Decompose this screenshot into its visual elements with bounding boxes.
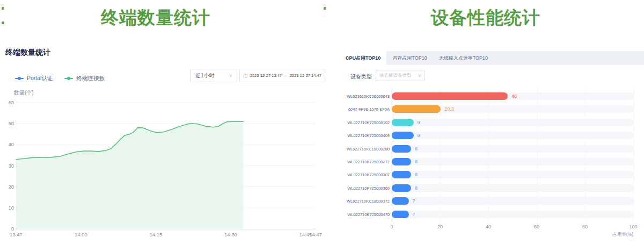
device-type-label: 设备类型: [350, 73, 372, 81]
bar-chart: 占用率(%) 020406080100WL023610KC06000043486…: [340, 86, 644, 245]
bar-value-label: 7: [413, 212, 415, 217]
tab-内存占用TOP10[interactable]: 内存占用TOP10: [386, 51, 433, 65]
bar-value-label: 8: [415, 159, 418, 164]
tab-CPU占用TOP10[interactable]: CPU占用TOP10: [340, 51, 386, 65]
bar-category-label: WL022710K725000369: [340, 186, 390, 191]
y-tick-label: 60: [8, 99, 14, 105]
bar-value-label: 7: [413, 198, 415, 204]
bar-category-label: WL022710KC18000372: [340, 199, 390, 204]
line-chart: 010203040506013:4714:0014:1514:3014:4514…: [0, 86, 322, 245]
bar-category-label: WL022710K725000102: [340, 120, 390, 125]
tab-无线接入点速率TOP10[interactable]: 无线接入点速率TOP10: [433, 51, 494, 65]
bar-category-label: WL022710K725000470: [340, 212, 390, 217]
chevron-down-icon: ∨: [418, 74, 421, 78]
bar: [392, 197, 409, 205]
x-tick-label: 13:47: [10, 232, 23, 237]
bar: [392, 211, 409, 218]
bar: [392, 132, 414, 139]
legend-marker-icon: [15, 78, 24, 79]
bar-track: [392, 132, 633, 139]
bar-value-label: 48: [511, 93, 517, 99]
device-type-select[interactable]: 请选择设备类型 ∨: [376, 70, 425, 81]
bar-category-label: WL022710K725000272: [340, 160, 390, 164]
area-fill: [16, 121, 243, 229]
x-tick-label: 80: [577, 224, 593, 229]
x-tick-label: 40: [480, 224, 496, 229]
legend-marker-icon: [64, 78, 73, 79]
legend-label: 终端连接数: [76, 75, 105, 82]
date-range-picker[interactable]: ◷ 2023-12-27 13:47 - 2023-12-27 14:47: [239, 69, 325, 82]
time-range-value: 近1小时: [195, 72, 215, 80]
section-heading-device: 设备性能统计: [333, 6, 639, 29]
legend-dot-icon: [67, 77, 70, 80]
bar-track: [392, 197, 633, 205]
x-tick-label: 100: [625, 224, 641, 229]
x-tick-label: 60: [529, 224, 545, 229]
bar-category-label: 6047-FF96-1070-EF0A: [340, 107, 390, 112]
tab-bar: CPU占用TOP10内存占用TOP10无线接入点速率TOP10: [340, 51, 644, 65]
bar: [392, 171, 411, 178]
y-tick-label: 50: [8, 120, 14, 126]
x-tick-label: 14:00: [75, 232, 87, 237]
device-type-placeholder: 请选择设备类型: [379, 73, 412, 79]
y-tick-label: 30: [8, 163, 14, 169]
legend-item[interactable]: Portal认证: [15, 75, 53, 82]
y-tick-label: 0: [11, 226, 14, 232]
bar: [392, 105, 441, 113]
bar: [392, 92, 508, 100]
bar-track: [392, 145, 633, 153]
bar-category-label: WL023610KC06000043: [340, 94, 390, 99]
chart-legend: Portal认证终端连接数: [15, 75, 105, 82]
bar-track: [392, 184, 633, 192]
bar-track: [392, 158, 633, 165]
legend-dot-icon: [18, 77, 21, 80]
date-range-separator: -: [285, 73, 287, 78]
bar-value-label: 9: [418, 133, 420, 138]
bar-value-label: 20.3: [444, 106, 454, 112]
clock-icon: ◷: [243, 73, 248, 78]
bar-value-label: 8: [415, 185, 418, 191]
chevron-down-icon: ∨: [229, 74, 232, 78]
legend-label: Portal认证: [27, 75, 53, 82]
bar-category-label: WL022710K725000409: [340, 133, 390, 138]
date-range-start: 2023-12-27 13:47: [250, 73, 282, 78]
panel-title: 终端数量统计: [5, 48, 50, 57]
bar: [392, 119, 414, 126]
bar-value-label: 8: [415, 172, 418, 177]
x-tick-label: 14:30: [224, 232, 237, 237]
bar: [392, 145, 411, 153]
legend-item[interactable]: 终端连接数: [64, 75, 105, 82]
bar-value-label: 8: [415, 146, 418, 152]
list-bullet-icon: [324, 7, 326, 10]
bar-category-label: WL022710K725000307: [340, 172, 390, 177]
bar: [392, 158, 411, 165]
gridline: [633, 89, 634, 222]
section-heading-terminal: 终端数量统计: [0, 6, 311, 29]
x-tick-label: 14:15: [150, 232, 163, 237]
x-axis-label: 占用率(%): [590, 232, 633, 238]
bar-track: [392, 211, 633, 218]
y-tick-label: 10: [8, 205, 14, 211]
dashboard: 终端数量统计 设备性能统计 终端数量统计 Portal认证终端连接数 近1小时 …: [0, 0, 644, 245]
bar-category-label: WL022710KC18000280: [340, 147, 390, 152]
bar: [392, 184, 411, 192]
bar-track: [392, 171, 633, 178]
bar-value-label: 9: [418, 120, 420, 125]
x-tick-label: 20: [432, 224, 448, 229]
y-tick-label: 20: [8, 184, 14, 190]
time-range-select[interactable]: 近1小时 ∨: [191, 69, 237, 82]
x-tick-label: 0: [384, 224, 400, 229]
y-tick-label: 40: [8, 141, 14, 147]
x-tick-label: 14:47: [309, 232, 322, 237]
date-range-end: 2023-12-27 14:47: [290, 73, 321, 78]
bar-track: [392, 119, 633, 126]
